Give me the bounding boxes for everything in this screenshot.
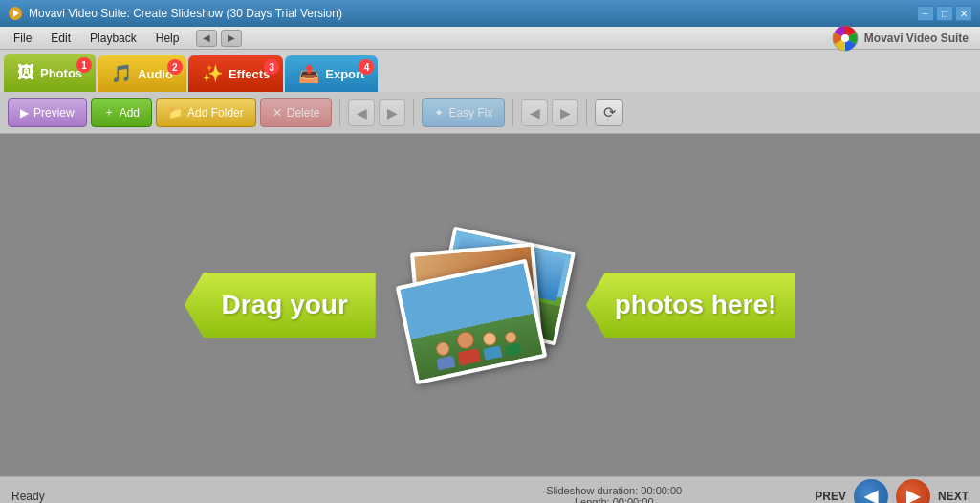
nav-arrows: ◀ ▶ [196, 30, 242, 47]
status-info: Slideshow duration: 00:00:00 Length: 00:… [413, 485, 815, 504]
drag-text: Drag your [222, 290, 348, 320]
next-label: NEXT [938, 490, 969, 503]
audio-icon: 🎵 [111, 63, 132, 84]
drop-zone: Drag your [156, 219, 825, 391]
status-bar: Ready Slideshow duration: 00:00:00 Lengt… [0, 476, 980, 503]
drag-text-banner: Drag your [185, 273, 376, 338]
nav-buttons: PREV ◀ ▶ NEXT [815, 479, 969, 504]
effects-icon: ✨ [202, 63, 223, 84]
title-bar: Movavi Video Suite: Create Slideshow (30… [0, 0, 980, 27]
tab-photos-badge: 1 [76, 57, 92, 73]
add-button[interactable]: ＋ Add [91, 98, 152, 127]
export-icon: 📤 [298, 63, 319, 84]
delete-label: Delete [287, 106, 320, 120]
menu-file[interactable]: File [4, 30, 41, 47]
minimize-button[interactable]: − [917, 6, 934, 21]
toolbar-separator-1 [339, 99, 340, 126]
tab-photos[interactable]: 🖼 Photos 1 [4, 54, 96, 92]
tab-audio[interactable]: 🎵 Audio 2 [98, 55, 186, 92]
main-area: Drag your [0, 134, 980, 476]
tab-audio-badge: 2 [167, 59, 183, 75]
preview-label: Preview [33, 106, 75, 120]
toolbar-separator-2 [413, 99, 414, 126]
next-item-button[interactable]: ▶ [552, 99, 578, 126]
delete-icon: ✕ [272, 106, 282, 120]
branding-text: Movavi Video Suite [864, 32, 969, 45]
movavi-logo [832, 25, 859, 52]
nav-back-button[interactable]: ◀ [196, 30, 217, 47]
menu-bar: File Edit Playback Help ◀ ▶ Movavi Video… [0, 27, 980, 50]
photos-here-banner: photos here! [586, 273, 796, 338]
tab-effects[interactable]: ✨ Effects 3 [188, 55, 283, 92]
delete-button[interactable]: ✕ Delete [260, 98, 333, 127]
photos-here-text: photos here! [615, 290, 777, 320]
tab-photos-label: Photos [40, 66, 82, 80]
toolbar-separator-3 [512, 99, 513, 126]
tab-export[interactable]: 📤 Export 4 [285, 55, 378, 92]
rotate-button[interactable]: ⟳ [595, 99, 623, 126]
photos-icon: 🖼 [17, 63, 34, 83]
toolbar: ▶ Preview ＋ Add 📁 Add Folder ✕ Delete ◀ … [0, 92, 980, 134]
window-controls: − □ ✕ [917, 6, 972, 21]
menu-help[interactable]: Help [146, 30, 189, 47]
toolbar-separator-4 [586, 99, 587, 126]
add-label: Add [120, 106, 140, 120]
prev-nav-button[interactable]: ◀ [854, 479, 888, 504]
add-icon: ＋ [103, 104, 115, 120]
duration-text: Slideshow duration: 00:00:00 [413, 485, 815, 496]
next-nav-button[interactable]: ▶ [896, 479, 930, 504]
tabs-bar: 🖼 Photos 1 🎵 Audio 2 ✨ Effects 3 📤 Expor… [0, 50, 980, 92]
nav-forward-button[interactable]: ▶ [221, 30, 242, 47]
move-up-button[interactable]: ◀ [348, 99, 375, 126]
app-icon [8, 6, 23, 21]
play-icon: ▶ [20, 106, 29, 120]
prev-item-button[interactable]: ◀ [521, 99, 548, 126]
preview-button[interactable]: ▶ Preview [8, 98, 87, 127]
tab-export-badge: 4 [359, 59, 374, 75]
close-button[interactable]: ✕ [955, 6, 972, 21]
add-folder-button[interactable]: 📁 Add Folder [156, 98, 256, 127]
wand-icon: ✦ [434, 106, 444, 120]
move-down-button[interactable]: ▶ [379, 99, 405, 126]
easy-fix-label: Easy Fix [448, 106, 492, 120]
add-folder-label: Add Folder [187, 106, 244, 120]
prev-label: PREV [815, 490, 846, 503]
menu-edit[interactable]: Edit [41, 30, 80, 47]
photo-stack [385, 219, 577, 391]
folder-icon: 📁 [168, 106, 183, 120]
window-title: Movavi Video Suite: Create Slideshow (30… [29, 7, 917, 20]
status-text: Ready [11, 490, 413, 503]
branding: Movavi Video Suite [832, 25, 976, 52]
length-text: Length: 00:00:00 [413, 496, 815, 504]
maximize-button[interactable]: □ [936, 6, 953, 21]
easy-fix-button[interactable]: ✦ Easy Fix [422, 98, 505, 127]
menu-playback[interactable]: Playback [80, 30, 146, 47]
svg-point-3 [841, 34, 849, 42]
tab-effects-badge: 3 [264, 59, 279, 75]
